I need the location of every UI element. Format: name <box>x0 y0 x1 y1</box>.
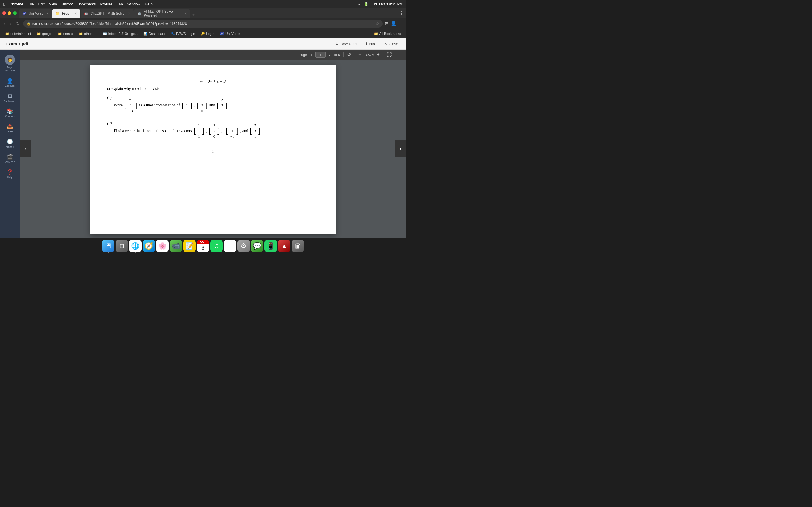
back-button[interactable]: ‹ <box>3 20 6 27</box>
browser-menu-button[interactable]: ⋮ <box>399 10 404 16</box>
prev-page-button[interactable]: ‹ <box>310 52 313 58</box>
bookmark-others[interactable]: 📁 others <box>77 31 96 37</box>
dock-active-indicator <box>108 252 109 253</box>
extensions-button[interactable]: ⊞ <box>385 21 389 26</box>
bookmark-inbox[interactable]: ✉️ Inbox (2,310) - go... <box>100 31 140 37</box>
all-bookmarks[interactable]: 📁 All Bookmarks <box>371 31 403 37</box>
bookmark-google[interactable]: 📁 google <box>35 31 54 37</box>
tab-ai-solver[interactable]: 🤖 AI Math GPT Solver Powered ✕ <box>134 9 190 18</box>
dock-item-chrome[interactable]: 🌐 <box>129 240 142 252</box>
problem-d-content: Find a vector that is not in the span of… <box>114 121 263 141</box>
mac-status-bar: ∧ 🔋 Thu Oct 3 8:35 PM <box>358 2 403 6</box>
tab-close-button[interactable]: ✕ <box>128 12 130 15</box>
folder-icon: 📁 <box>58 32 62 36</box>
dock-item-launchpad[interactable]: ⊞ <box>116 240 128 252</box>
bookmark-dashboard[interactable]: 📊 Dashboard <box>141 31 167 37</box>
menu-bookmarks[interactable]: Bookmarks <box>77 2 96 6</box>
dock-item-safari[interactable]: 🧭 <box>143 240 155 252</box>
tab-close-button[interactable]: ✕ <box>185 12 187 15</box>
sidebar-item-label: My Media <box>4 161 15 163</box>
tab-label: AI Math GPT Solver Powered <box>144 10 182 17</box>
finder-icon: 🖥 <box>105 242 112 250</box>
menu-tab[interactable]: Tab <box>117 2 123 6</box>
minimize-window-button[interactable] <box>8 11 11 15</box>
bookmark-label: google <box>42 32 52 36</box>
sidebar-item-label: Help <box>7 176 13 179</box>
sidebar-item-account[interactable]: 👤 Account <box>0 75 20 90</box>
pdf-next-arrow[interactable]: › <box>395 140 406 157</box>
more-options-button[interactable]: ⋮ <box>395 52 400 58</box>
profile-button[interactable]: 👤 <box>391 21 396 26</box>
pdf-prev-arrow[interactable]: ‹ <box>20 140 31 157</box>
matlab-icon: ▲ <box>281 242 288 250</box>
sidebar-item-courses[interactable]: 📚 Courses <box>0 106 20 120</box>
tab-universe[interactable]: 🌌 Uni-Verse ✕ <box>19 9 52 18</box>
tab-files[interactable]: 📁 Files ✕ <box>52 9 80 18</box>
dock-item-messages[interactable]: 💬 <box>251 240 263 252</box>
mac-topbar:  Chrome File Edit View History Bookmark… <box>0 0 406 8</box>
new-tab-button[interactable]: + <box>191 12 196 18</box>
dock-item-photos[interactable]: 🌸 <box>156 240 168 252</box>
dock-item-trash[interactable]: 🗑 <box>292 240 304 252</box>
address-bar[interactable]: 🔒 tcnj.instructure.com/courses/2009862/f… <box>23 20 383 27</box>
matrix-cell: 1 <box>231 128 233 133</box>
bookmark-universe[interactable]: 🌌 Uni-Verse <box>218 31 243 37</box>
dock-item-reminders[interactable]: ☰ <box>224 240 236 252</box>
dock-item-finder[interactable]: 🖥 <box>102 240 114 252</box>
dock-item-matlab[interactable]: ▲ <box>278 240 290 252</box>
info-button[interactable]: ℹ Info <box>363 41 377 47</box>
close-window-button[interactable] <box>2 11 6 15</box>
menu-chrome[interactable]: Chrome <box>9 2 23 6</box>
comma: , <box>221 129 222 133</box>
bookmark-label: entertainment <box>10 32 31 36</box>
dock-item-notes[interactable]: 📝 <box>183 240 196 252</box>
menu-file[interactable]: File <box>28 2 34 6</box>
menu-edit[interactable]: Edit <box>38 2 45 6</box>
zoom-out-button[interactable]: − <box>358 52 361 58</box>
apple-icon[interactable]:  <box>3 2 5 6</box>
sidebar-item-help[interactable]: ❓ Help <box>0 167 20 181</box>
zoom-in-button[interactable]: + <box>377 52 380 58</box>
universe-icon: 🌌 <box>220 32 224 36</box>
spotify-icon: ♫ <box>214 242 219 250</box>
forward-button[interactable]: › <box>9 20 12 27</box>
bookmark-paws[interactable]: 🐾 PAWS Login <box>168 31 197 37</box>
pdf-content-area: ‹ w − 3y + z = 3 or explain why no solut… <box>20 60 406 238</box>
dock-item-spotify[interactable]: ♫ <box>210 240 223 252</box>
menu-profiles[interactable]: Profiles <box>100 2 112 6</box>
sidebar-item-inbox[interactable]: 📥 Inbox <box>0 121 20 135</box>
bookmark-login[interactable]: 🔑 Login <box>199 31 216 37</box>
bookmark-entertainment[interactable]: 📁 entertainment <box>3 31 33 37</box>
settings-button[interactable]: ⋮ <box>399 21 403 26</box>
menu-view[interactable]: View <box>49 2 57 6</box>
sidebar-item-media[interactable]: 🎬 My Media <box>0 152 20 166</box>
tab-close-button[interactable]: ✕ <box>74 12 77 15</box>
dock-item-system-settings[interactable]: ⚙ <box>238 240 250 252</box>
sidebar-item-history[interactable]: 🕐 History <box>0 136 20 151</box>
menu-history[interactable]: History <box>61 2 73 6</box>
menu-help[interactable]: Help <box>145 2 153 6</box>
sidebar-item-dashboard[interactable]: ⊞ Dashboard <box>0 91 20 105</box>
page-number-input[interactable] <box>315 52 326 58</box>
fullscreen-button[interactable]: ⛶ <box>387 52 392 58</box>
maximize-window-button[interactable] <box>13 11 17 15</box>
traffic-lights[interactable] <box>2 11 17 15</box>
tab-close-button[interactable]: ✕ <box>46 12 49 15</box>
star-icon[interactable]: ☆ <box>375 21 379 26</box>
tab-chatgpt[interactable]: 🤖 ChatGPT - Math Solver ✕ <box>81 9 134 18</box>
bookmark-emails[interactable]: 📁 emails <box>56 31 75 37</box>
dock-item-whatsapp[interactable]: 📱 <box>264 240 277 252</box>
dock-item-calendar[interactable]: OCT 3 <box>197 240 209 252</box>
reload-button[interactable]: ↻ <box>15 20 21 27</box>
close-button[interactable]: ✕ Close <box>382 41 400 47</box>
next-page-button[interactable]: › <box>328 52 332 58</box>
dock-item-facetime[interactable]: 📹 <box>170 240 182 252</box>
menu-window[interactable]: Window <box>128 2 140 6</box>
tab-favicon: 🌌 <box>22 11 27 15</box>
messages-icon: 💬 <box>253 242 261 250</box>
download-button[interactable]: ⬇ Download <box>333 41 359 47</box>
avatar[interactable]: 🧑 <box>5 55 15 65</box>
reload-button[interactable]: ↺ <box>347 52 351 58</box>
page-total-label: of 5 <box>334 53 340 57</box>
inbox-icon: 📥 <box>7 123 13 129</box>
